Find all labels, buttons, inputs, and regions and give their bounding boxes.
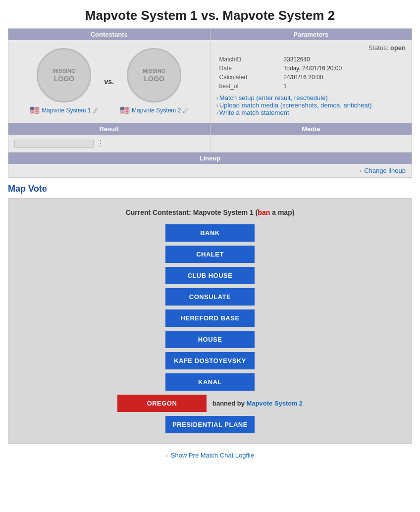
- vs-label: vs.: [105, 78, 114, 86]
- result-header: Result: [8, 123, 210, 135]
- calculated-value: 24/01/16 20:00: [281, 73, 405, 81]
- bestof-label: best_of: [217, 82, 281, 90]
- banned-by-label: banned by Mapvote System 2: [212, 400, 303, 407]
- mapvote-panel: Current Contestant: Mapvote System 1 (ba…: [8, 198, 412, 444]
- calculated-label: Calculated: [217, 73, 281, 81]
- team2-icon: 🖊: [183, 107, 188, 113]
- lineup-body: › Change lineup: [8, 164, 412, 177]
- team1-flag: 🇺🇸: [30, 105, 40, 115]
- team1-label: 🇺🇸 Mapvote System 1 🖊: [30, 105, 98, 115]
- map-row: PRESIDENTIAL PLANE: [165, 416, 255, 433]
- bestof-value: 1: [281, 82, 405, 90]
- map-button-consulate[interactable]: CONSULATE: [165, 288, 255, 306]
- team1-logo: MISSING LOGO: [37, 48, 91, 102]
- team1-name-link[interactable]: Mapvote System 1: [42, 107, 91, 114]
- map-buttons-container: BANKCHALETCLUB HOUSECONSULATEHEREFORD BA…: [18, 224, 402, 433]
- date-label: Date: [217, 64, 281, 72]
- map-button-kafe-dostoyevsky[interactable]: KAFE DOSTOYEVSKY: [165, 352, 255, 369]
- map-row: CONSULATE: [165, 288, 255, 306]
- lineup-header: Lineup: [8, 153, 412, 164]
- map-button-hereford-base[interactable]: HEREFORD BASE: [165, 309, 255, 327]
- param-links: ›Match setup (enter result, reschedule) …: [216, 94, 406, 116]
- media-section: Media: [210, 123, 412, 152]
- map-row: BANK: [165, 224, 255, 242]
- result-dots: ⋮: [97, 139, 105, 148]
- map-row: CHALET: [165, 246, 255, 263]
- map-button-presidential-plane[interactable]: PRESIDENTIAL PLANE: [165, 416, 255, 433]
- contestants-section: Contestants MISSING LOGO 🇺🇸 Mapvote Syst…: [8, 29, 210, 123]
- date-value: Today, 24/01/16 20:00: [281, 64, 405, 72]
- params-table: MatchID 33312640 Date Today, 24/01/16 20…: [216, 54, 406, 91]
- top-panel: Contestants MISSING LOGO 🇺🇸 Mapvote Syst…: [8, 28, 412, 123]
- map-button-club-house[interactable]: CLUB HOUSE: [165, 267, 255, 284]
- ban-word: ban: [258, 208, 270, 216]
- parameters-body: Status: open MatchID 33312640 Date Today…: [210, 40, 412, 120]
- map-button-bank[interactable]: BANK: [165, 224, 255, 242]
- current-contestant-label: Current Contestant: Mapvote System 1 (ba…: [18, 208, 402, 216]
- match-setup-link[interactable]: Match setup (enter result, reschedule): [219, 94, 328, 102]
- map-row: OREGONbanned by Mapvote System 2: [117, 395, 303, 412]
- matchid-label: MatchID: [217, 55, 281, 63]
- team1-icon: 🖊: [93, 107, 99, 113]
- mapvote-title: Map Vote: [8, 178, 412, 198]
- result-body: ⋮: [8, 135, 210, 152]
- footer: › Show Pre Match Chat Logfile: [8, 444, 412, 467]
- map-button-house[interactable]: HOUSE: [165, 331, 255, 348]
- map-row: CLUB HOUSE: [165, 267, 255, 284]
- map-button-oregon[interactable]: OREGON: [117, 395, 207, 412]
- matchid-value: 33312640: [281, 55, 405, 63]
- contestants-header: Contestants: [8, 29, 210, 40]
- status-value: open: [390, 44, 406, 51]
- result-section: Result ⋮: [8, 123, 210, 152]
- match-statement-link[interactable]: Write a match statement: [219, 109, 289, 116]
- map-row: HOUSE: [165, 331, 255, 348]
- status-line: Status: open: [216, 44, 406, 51]
- map-row: HEREFORD BASE: [165, 309, 255, 327]
- banned-by-team-link[interactable]: Mapvote System 2: [247, 400, 303, 407]
- team2-label: 🇺🇸 Mapvote System 2 🖊: [120, 105, 188, 115]
- show-log-link[interactable]: Show Pre Match Chat Logfile: [171, 452, 254, 459]
- team2-name-link[interactable]: Mapvote System 2: [132, 107, 181, 114]
- parameters-header: Parameters: [210, 29, 412, 40]
- change-lineup-link[interactable]: Change lineup: [364, 167, 406, 174]
- result-bar: [14, 140, 94, 148]
- contestants-body: MISSING LOGO 🇺🇸 Mapvote System 1 🖊 vs. M…: [8, 40, 210, 123]
- map-row: KAFE DOSTOYEVSKY: [165, 352, 255, 369]
- result-media-panel: Result ⋮ Media: [8, 123, 412, 153]
- map-row: KANAL: [165, 373, 255, 391]
- lineup-panel: Lineup › Change lineup: [8, 153, 412, 178]
- media-header: Media: [210, 123, 412, 135]
- map-button-chalet[interactable]: CHALET: [165, 246, 255, 263]
- upload-media-link[interactable]: Upload match media (screenshots, demos, …: [219, 102, 372, 109]
- page-title: Mapvote System 1 vs. Mapvote System 2: [0, 0, 420, 28]
- team2-flag: 🇺🇸: [120, 105, 130, 115]
- map-button-kanal[interactable]: KANAL: [165, 373, 255, 391]
- team2-logo: MISSING LOGO: [127, 48, 181, 102]
- parameters-section: Parameters Status: open MatchID 33312640…: [210, 29, 412, 123]
